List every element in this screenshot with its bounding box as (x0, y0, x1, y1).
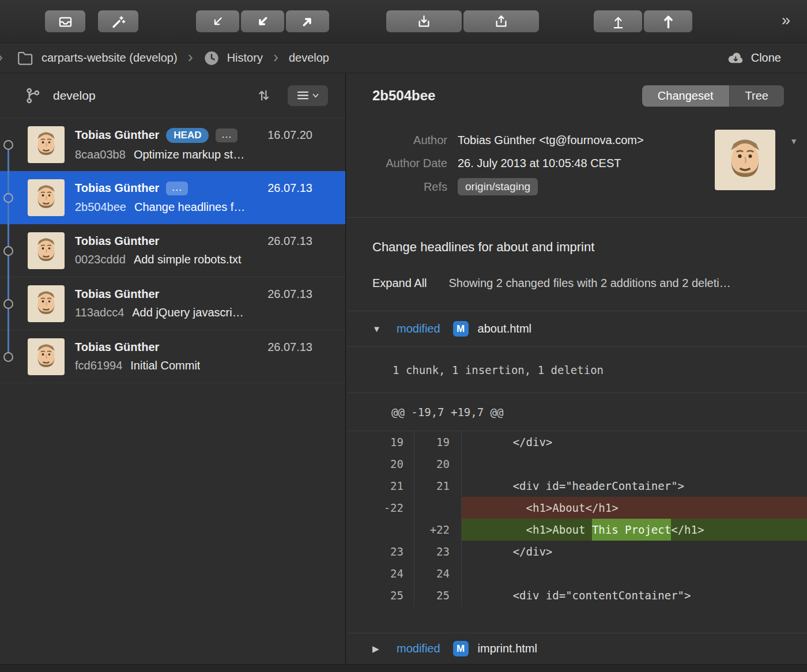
avatar-dropdown-icon[interactable]: ▼ (790, 137, 798, 146)
breadcrumb-history[interactable]: History (227, 51, 263, 65)
commit-hash: 2b504bee (75, 201, 126, 214)
file-name: imprint.html (478, 642, 537, 655)
commit-row[interactable]: Tobias Günther 26.07.13 0023cddd Add sim… (0, 224, 345, 277)
diff-line: 21 21 <div id="headerContainer"> (346, 475, 807, 497)
push-button[interactable] (644, 10, 692, 32)
commit-row-selected[interactable]: Tobias Günther … 26.07.13 2b504bee Chang… (0, 171, 345, 224)
breadcrumb-branch[interactable]: develop (289, 51, 329, 65)
expand-all-button[interactable]: Expand All (372, 277, 427, 290)
avatar (28, 338, 65, 375)
commit-author: Tobias Günther (75, 341, 159, 354)
arrow-down-left-icon (255, 14, 270, 29)
file-status: modified (397, 322, 440, 335)
commit-message: Optimize markup st… (134, 148, 244, 161)
changeset-panel: 2b504bee Changeset Tree Author Tobias Gü… (346, 73, 807, 664)
fetch-button[interactable] (386, 10, 462, 32)
diff-line: 24 24 (346, 562, 807, 584)
new-line-number: 21 (414, 475, 462, 497)
diff-code: <div id="headerContainer"> (462, 475, 807, 497)
commit-author: Tobias Günther (75, 288, 159, 301)
diff-line: 23 23 </div> (346, 541, 807, 562)
rebase-button[interactable] (286, 10, 329, 32)
diff-code (462, 562, 807, 584)
history-sidebar: develop Tobias Günther HEAD … 16.07.20 (0, 73, 346, 664)
chevron-right-icon: › (188, 50, 193, 65)
disclosure-open-icon[interactable]: ▼ (372, 324, 385, 334)
branch-icon (24, 87, 42, 104)
commit-info: Tobias Günther HEAD … 16.07.20 8caa03b8 … (75, 128, 312, 161)
author-date-label: Author Date (346, 157, 447, 170)
file-name: about.html (478, 322, 531, 335)
new-line-number (414, 497, 462, 519)
diff-line: 25 25 <div id="contentContainer"> (346, 584, 807, 606)
tab-tree[interactable]: Tree (729, 85, 784, 107)
old-line-number: 19 (346, 431, 414, 453)
head-badge: HEAD (166, 128, 209, 143)
magic-wand-icon (111, 14, 126, 29)
commit-message-full: Change headlines for about and imprint (372, 240, 781, 255)
commit-row[interactable]: Tobias Günther 26.07.13 113adcc4 Add jQu… (0, 277, 345, 330)
window-footer (0, 664, 807, 672)
file-header-imprint[interactable]: ▶ modified M imprint.html (346, 633, 807, 664)
diff-code-pre: <h1>About (473, 523, 592, 536)
chunk-summary-text: 1 chunk, 1 insertion, 1 deletion (393, 364, 604, 376)
arrow-up-right-icon (300, 14, 315, 29)
compare-icon[interactable] (256, 88, 271, 103)
sidebar-header: develop (0, 73, 345, 118)
commit-info: Tobias Günther 26.07.13 0023cddd Add sim… (75, 235, 312, 266)
commit-more-button[interactable]: … (216, 129, 237, 142)
merge-button[interactable] (241, 10, 284, 32)
diff-code-highlight: This Project (592, 519, 671, 541)
diff-line-deletion: -22 <h1>About</h1> (346, 497, 807, 519)
diff-code (462, 453, 807, 475)
stash-button[interactable] (45, 10, 85, 32)
commit-info: Tobias Günther 26.07.13 fcd61994 Initial… (75, 341, 312, 372)
refs-badge[interactable]: origin/staging (458, 178, 538, 195)
checkout-button[interactable] (196, 10, 239, 32)
hamburger-icon (297, 90, 309, 100)
push-to-tray-button[interactable] (463, 10, 539, 32)
tray-arrow-down-icon (416, 14, 432, 29)
avatar (28, 232, 65, 269)
tray-icon (58, 14, 73, 29)
old-line-number (346, 519, 414, 541)
old-line-number: 23 (346, 541, 414, 562)
quick-actions-button[interactable] (98, 10, 138, 32)
author-value: Tobias Günther <tg@fournova.com> (458, 134, 644, 147)
folder-icon (17, 51, 34, 66)
hunk-header: @@ -19,7 +19,7 @@ (346, 393, 807, 431)
commit-hash: fcd61994 (75, 359, 122, 372)
modified-badge: M (453, 641, 469, 656)
pull-button[interactable] (594, 10, 642, 32)
modified-badge: M (453, 321, 469, 337)
refs-label: Refs (346, 180, 447, 194)
commit-message: Change headlines f… (134, 201, 245, 214)
breadcrumb-repo[interactable]: carparts-website (develop) (42, 51, 178, 65)
file-header-about[interactable]: ▼ modified M about.html (346, 311, 807, 347)
view-mode-segmented-control: Changeset Tree (642, 85, 784, 107)
commit-info: Tobias Günther … 26.07.13 2b504bee Chang… (75, 182, 312, 214)
tab-changeset[interactable]: Changeset (642, 85, 729, 107)
commit-date: 16.07.20 (267, 129, 312, 142)
commit-row[interactable]: Tobias Günther HEAD … 16.07.20 8caa03b8 … (0, 118, 345, 171)
commit-author: Tobias Günther (75, 182, 159, 195)
commit-row[interactable]: Tobias Günther 26.07.13 fcd61994 Initial… (0, 330, 345, 383)
old-line-number: -22 (346, 497, 414, 519)
old-line-number: 25 (346, 584, 414, 606)
commit-hash: 0023cddd (75, 253, 126, 266)
commit-hash: 8caa03b8 (75, 148, 126, 161)
commit-list: Tobias Günther HEAD … 16.07.20 8caa03b8 … (0, 118, 345, 383)
list-options-button[interactable] (288, 85, 328, 106)
diff-line-addition: +22 <h1>About This Project</h1> (346, 519, 807, 541)
diff-code: <h1>About</h1> (462, 497, 807, 519)
commit-more-button[interactable]: … (166, 182, 188, 195)
breadcrumb: › carparts-website (develop) › History ›… (0, 43, 807, 73)
branch-title: develop (53, 89, 96, 103)
arrow-up-icon (661, 14, 676, 29)
commit-title: 2b504bee (372, 88, 435, 104)
chevron-down-icon (312, 93, 319, 98)
disclosure-closed-icon[interactable]: ▶ (372, 644, 385, 654)
avatar (28, 179, 65, 216)
clone-button[interactable]: Clone (726, 51, 781, 65)
toolbar-overflow-button[interactable]: » (782, 12, 790, 29)
